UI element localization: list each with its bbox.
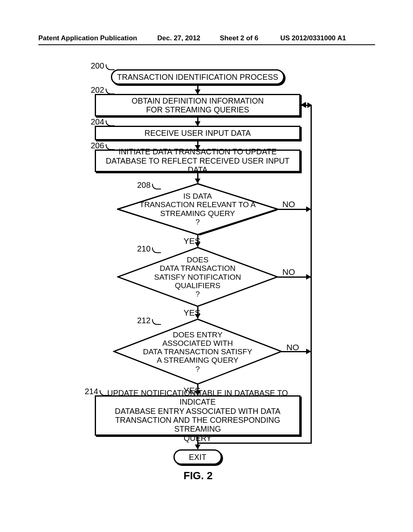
flowchart-diagram: 200 TRANSACTION IDENTIFICATION PROCESS 2…: [0, 60, 413, 496]
process-206-text: INITIATE DATA TRANSACTION TO UPDATE DATA…: [99, 147, 296, 174]
loop-arrowhead: [301, 102, 306, 108]
decision-212-text: DOES ENTRY ASSOCIATED WITH DATA TRANSACT…: [113, 330, 282, 373]
process-214: UPDATE NOTIFICATION TABLE IN DATABASE TO…: [95, 395, 300, 436]
process-204-text: RECEIVE USER INPUT DATA: [144, 129, 250, 137]
decision-210: DOES DATA TRANSACTION SATISFY NOTIFICATI…: [117, 247, 278, 307]
arrow-202-to-204: [197, 118, 198, 126]
ref-200: 200: [91, 61, 104, 71]
decision-208-text: IS DATA TRANSACTION RELEVANT TO A STREAM…: [117, 192, 278, 226]
loop-bottom-h: [198, 443, 312, 444]
arrow-208-no: [277, 209, 311, 210]
process-206: INITIATE DATA TRANSACTION TO UPDATE DATA…: [95, 150, 300, 172]
header-date: Dec. 27, 2012: [157, 34, 200, 42]
arrow-212-no: [282, 351, 311, 352]
process-204: RECEIVE USER INPUT DATA: [95, 126, 300, 140]
decision-210-text: DOES DATA TRANSACTION SATISFY NOTIFICATI…: [117, 256, 278, 298]
terminator-start: TRANSACTION IDENTIFICATION PROCESS: [111, 69, 284, 85]
terminator-exit: EXIT: [173, 449, 222, 465]
decision-212: DOES ENTRY ASSOCIATED WITH DATA TRANSACT…: [113, 318, 282, 385]
arrow-208-yes: [197, 235, 198, 247]
arrow-206-to-208: [197, 173, 198, 183]
ref-204: 204: [91, 117, 104, 127]
branch-210-no: NO: [282, 267, 295, 277]
loop-vertical: [311, 105, 312, 443]
terminator-exit-text: EXIT: [189, 453, 206, 462]
ref-202: 202: [91, 85, 104, 95]
arrow-210-yes: [197, 306, 198, 318]
ref-214: 214: [85, 387, 98, 396]
terminator-start-text: TRANSACTION IDENTIFICATION PROCESS: [117, 73, 278, 82]
leader-204: [106, 121, 115, 126]
leader-200: [106, 64, 115, 70]
figure-caption: FIG. 2: [184, 470, 213, 482]
header-pubno: US 2012/0331000 A1: [280, 34, 346, 42]
header-publication: Patent Application Publication: [38, 34, 137, 42]
process-202: OBTAIN DEFINITION INFORMATION FOR STREAM…: [95, 94, 300, 116]
header-rule: [38, 44, 375, 45]
header-sheet: Sheet 2 of 6: [220, 34, 258, 42]
process-214-text: UPDATE NOTIFICATION TABLE IN DATABASE TO…: [99, 389, 296, 443]
leader-202: [106, 89, 115, 94]
arrow-210-no: [277, 276, 311, 278]
branch-208-no: NO: [282, 200, 295, 209]
arrow-start-to-202: [197, 86, 198, 94]
process-202-text: OBTAIN DEFINITION INFORMATION FOR STREAM…: [131, 96, 264, 114]
decision-208: IS DATA TRANSACTION RELEVANT TO A STREAM…: [117, 183, 278, 235]
